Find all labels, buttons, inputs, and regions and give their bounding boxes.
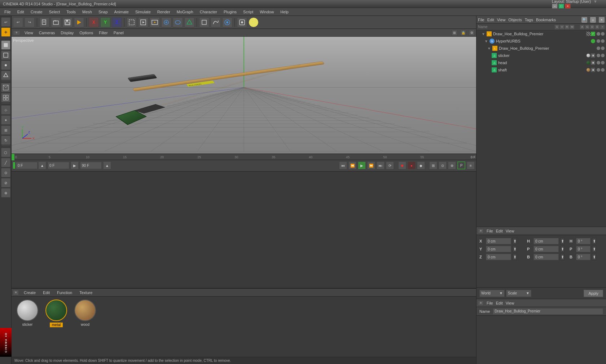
special-obj[interactable]: ⊛ [448, 161, 456, 169]
mat-edit[interactable]: Edit [41, 290, 52, 296]
obj-bookmarks[interactable]: Bookmarks [536, 18, 556, 22]
attr-edit[interactable]: Edit [496, 301, 503, 305]
move-tool-btn[interactable]: ✦ [1, 115, 10, 125]
render-btn[interactable] [74, 17, 84, 27]
b-degree-field[interactable]: 0 ° [576, 254, 590, 260]
vp-cameras[interactable]: Cameras [38, 30, 57, 36]
redo-main[interactable]: ↪ [25, 17, 35, 27]
mat-function[interactable]: Function [55, 290, 74, 296]
obj-row-sticker[interactable]: △ sticker ▣ [477, 52, 606, 59]
object-btn[interactable] [199, 17, 209, 27]
vis-dot-5a[interactable] [597, 61, 600, 65]
menu-render[interactable]: Render [154, 9, 173, 15]
h-deg-spinner[interactable]: ⬆ [592, 238, 596, 244]
generator-btn[interactable] [184, 17, 194, 27]
p-degree-field[interactable]: 0 ° [576, 246, 590, 252]
record-btn[interactable]: ⏺ [398, 161, 406, 169]
material-metal[interactable]: metal [43, 299, 69, 332]
vis-dot-2a[interactable] [597, 39, 600, 43]
obj-row-hypernurbs[interactable]: ▼ N HyperNURBS [477, 37, 606, 45]
vis-dot-3b[interactable] [601, 46, 605, 50]
vis-dot-4b[interactable] [601, 54, 605, 57]
mat-create[interactable]: Create [22, 290, 38, 296]
menu-tools[interactable]: Tools [63, 9, 79, 15]
select-all-btn[interactable] [127, 17, 137, 27]
use-polygon-mode[interactable] [1, 71, 10, 80]
vis-dot-1a[interactable] [597, 32, 600, 36]
vis-dot-3a[interactable] [597, 46, 600, 50]
motion-clip[interactable]: ⊞ [429, 161, 437, 169]
current-frame-field[interactable]: 0 F [16, 162, 38, 169]
play-button[interactable]: ▶ [358, 161, 366, 169]
vp-filter[interactable]: Filter [97, 30, 109, 36]
render-to-viewer[interactable] [150, 17, 160, 27]
keyframe-btn[interactable]: ◆ [417, 161, 425, 169]
vis-dot-2b[interactable] [601, 39, 605, 43]
menu-character[interactable]: Character [197, 9, 220, 15]
menu-window[interactable]: Window [257, 9, 277, 15]
vp-panel[interactable]: Panel [112, 30, 125, 36]
attr-file[interactable]: File [487, 301, 493, 305]
x-pos-spinner[interactable]: ⬆ [513, 238, 517, 244]
vp-menu-icon[interactable]: ≡ [13, 30, 20, 35]
vp-lock[interactable]: 🔒 [460, 30, 466, 36]
attr-name-field[interactable]: Draw_Hoe_Bulldog_Premier [493, 308, 603, 315]
end-frame-up[interactable]: ▲ [103, 161, 111, 169]
y-axis-btn[interactable]: Y [100, 17, 110, 27]
record-all[interactable]: ● [408, 161, 416, 169]
step-forward[interactable]: ⏩ [367, 161, 375, 169]
knife-tool[interactable]: ╱ [1, 158, 10, 167]
new-scene[interactable] [39, 17, 49, 27]
menu-file[interactable]: File [1, 9, 14, 15]
y-pos-spinner[interactable]: ⬆ [513, 246, 517, 252]
undo-button[interactable]: ↩ [1, 17, 10, 27]
p-spinner[interactable]: ⬆ [560, 246, 565, 252]
save-file[interactable] [62, 17, 73, 27]
extrude-tool[interactable]: ⬡ [1, 148, 10, 157]
h-field[interactable]: 0 cm [533, 238, 559, 244]
maximize-button[interactable]: □ [558, 4, 564, 9]
viewport-3d[interactable]: BULLDOG Perspective X [12, 37, 476, 154]
mat-texture[interactable]: Texture [77, 290, 95, 296]
brush-tool[interactable]: ⊘ [1, 178, 10, 187]
z-pos-field[interactable]: 0 cm [486, 254, 511, 260]
menu-script[interactable]: Script [240, 9, 256, 15]
goto-last-frame[interactable]: ⏭ [377, 161, 385, 169]
coord-file[interactable]: File [487, 229, 493, 233]
search-icon[interactable]: 🔍 [581, 17, 587, 23]
z-axis-btn[interactable]: Z [112, 17, 122, 27]
y-pos-field[interactable]: 0 cm [486, 246, 511, 252]
rotate-tool[interactable]: ↻ [1, 136, 10, 145]
select-tool[interactable]: ⊹ [1, 105, 10, 115]
obj-tags[interactable]: Tags [525, 18, 533, 22]
material-sticker[interactable]: sticker [14, 299, 40, 332]
light-btn[interactable] [249, 17, 259, 27]
deformer-btn[interactable] [173, 17, 183, 27]
menu-simulate[interactable]: Simulate [132, 9, 154, 15]
obj-objects[interactable]: Objects [508, 18, 522, 22]
menu-mograph[interactable]: MoGraph [174, 9, 196, 15]
add-modifier[interactable] [161, 17, 171, 27]
minimize-button[interactable]: − [552, 4, 558, 9]
loop-tool[interactable]: ⊙ [1, 168, 10, 177]
h-degree-field[interactable]: 0 ° [576, 238, 590, 244]
mode-dropdown[interactable]: Scale ▼ [506, 290, 531, 297]
coord-menu-icon[interactable]: ≡ [478, 228, 484, 234]
obj-row-sub[interactable]: ▼ L Draw_Hoe_Bulldog_Premier [477, 45, 606, 52]
use-point-mode[interactable] [1, 61, 10, 70]
vis-dot-6b[interactable] [601, 68, 605, 72]
loop-btn[interactable]: ⟳ [386, 161, 394, 169]
expand-nurbs[interactable]: ▼ [484, 39, 488, 43]
material-wood[interactable]: wood [72, 299, 98, 332]
frame-input[interactable]: 0 F [48, 162, 69, 169]
vp-settings[interactable]: ⚙ [469, 30, 475, 36]
goto-first-frame[interactable]: ⏮ [339, 161, 347, 169]
attr-menu-icon[interactable]: ≡ [478, 301, 484, 306]
obj-edit[interactable]: Edit [487, 18, 494, 22]
frame-set-btn[interactable]: ▶ [71, 161, 79, 169]
home-icon[interactable]: ⌂ [590, 17, 596, 23]
apply-button[interactable]: Apply [584, 290, 603, 297]
step-backward[interactable]: ⏪ [348, 161, 356, 169]
panel-close-icon[interactable]: × [599, 17, 605, 23]
vis-dot-6a[interactable] [597, 68, 600, 72]
